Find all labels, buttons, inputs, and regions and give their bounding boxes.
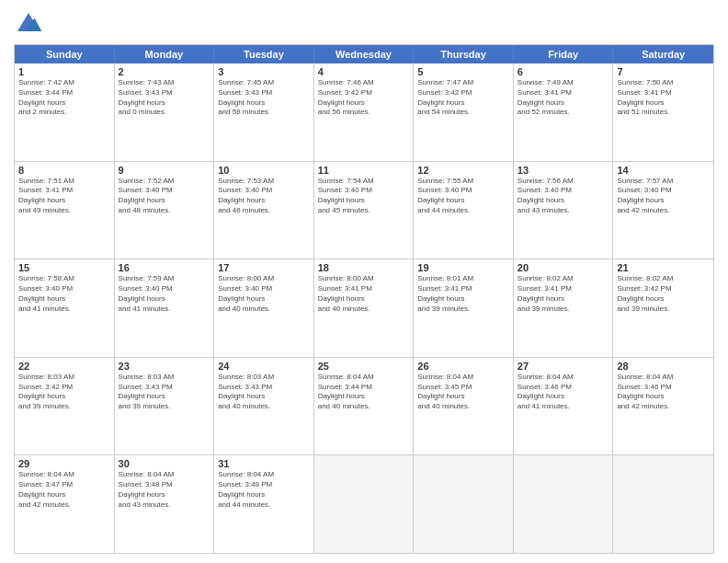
sunrise-text: Sunrise: 7:55 AM (417, 177, 473, 185)
calendar-row: 1Sunrise: 7:42 AMSunset: 3:44 PMDaylight… (15, 63, 713, 161)
day-cell: 13Sunrise: 7:56 AMSunset: 3:40 PMDayligh… (514, 162, 614, 259)
cell-text: Sunrise: 8:04 AMSunset: 3:46 PMDaylight … (617, 373, 710, 412)
cell-text: Sunrise: 8:03 AMSunset: 3:43 PMDaylight … (218, 373, 310, 412)
day-number: 7 (617, 66, 710, 77)
sunset-text: Sunset: 3:41 PM (18, 186, 73, 194)
sunset-text: Sunset: 3:40 PM (318, 186, 372, 194)
sunset-text: Sunset: 3:46 PM (518, 383, 572, 391)
empty-cell (613, 455, 713, 553)
daylight-label: Daylight hours (119, 490, 165, 499)
cell-text: Sunrise: 8:04 AMSunset: 3:45 PMDaylight … (417, 373, 509, 412)
day-cell: 16Sunrise: 7:59 AMSunset: 3:40 PMDayligh… (115, 259, 215, 357)
day-cell: 23Sunrise: 8:03 AMSunset: 3:43 PMDayligh… (115, 358, 215, 455)
day-cell: 3Sunrise: 7:45 AMSunset: 3:43 PMDaylight… (214, 63, 314, 161)
sunset-text: Sunset: 3:49 PM (218, 480, 272, 488)
daylight-value: and 42 minutes. (617, 402, 669, 410)
sunrise-text: Sunrise: 7:59 AM (119, 274, 175, 282)
daylight-value: and 42 minutes. (617, 206, 669, 214)
sunset-text: Sunset: 3:40 PM (119, 186, 173, 194)
daylight-value: and 40 minutes. (318, 304, 370, 313)
day-number: 3 (218, 66, 310, 77)
cell-text: Sunrise: 8:02 AMSunset: 3:41 PMDaylight … (518, 274, 609, 314)
sunrise-text: Sunrise: 7:50 AM (617, 78, 673, 86)
sunset-text: Sunset: 3:41 PM (417, 284, 472, 293)
day-cell: 17Sunrise: 8:00 AMSunset: 3:40 PMDayligh… (214, 259, 314, 357)
cell-text: Sunrise: 7:47 AMSunset: 3:42 PMDaylight … (417, 78, 509, 118)
day-header: Tuesday (214, 45, 314, 63)
logo (14, 9, 47, 39)
day-number: 30 (119, 458, 210, 469)
sunrise-text: Sunrise: 7:58 AM (18, 274, 74, 282)
daylight-label: Daylight hours (218, 98, 265, 107)
sunset-text: Sunset: 3:43 PM (218, 88, 272, 97)
sunset-text: Sunset: 3:42 PM (18, 383, 73, 391)
day-number: 10 (218, 165, 310, 176)
empty-cell (314, 455, 415, 553)
daylight-value: and 39 minutes. (617, 304, 669, 313)
day-cell: 15Sunrise: 7:58 AMSunset: 3:40 PMDayligh… (15, 259, 115, 357)
daylight-label: Daylight hours (18, 490, 65, 499)
day-number: 16 (119, 262, 210, 273)
daylight-value: and 43 minutes. (518, 206, 570, 214)
daylight-label: Daylight hours (119, 392, 165, 400)
calendar-row: 8Sunrise: 7:51 AMSunset: 3:41 PMDaylight… (15, 161, 713, 259)
day-cell: 20Sunrise: 8:02 AMSunset: 3:41 PMDayligh… (514, 259, 614, 357)
sunset-text: Sunset: 3:43 PM (218, 383, 272, 391)
daylight-label: Daylight hours (617, 98, 664, 107)
daylight-label: Daylight hours (318, 196, 365, 204)
sunrise-text: Sunrise: 8:03 AM (218, 373, 274, 381)
sunrise-text: Sunrise: 7:53 AM (218, 177, 274, 185)
page: SundayMondayTuesdayWednesdayThursdayFrid… (0, 0, 728, 563)
cell-text: Sunrise: 7:51 AMSunset: 3:41 PMDaylight … (18, 177, 110, 216)
day-number: 31 (218, 458, 310, 469)
sunset-text: Sunset: 3:43 PM (119, 383, 173, 391)
cell-text: Sunrise: 7:50 AMSunset: 3:41 PMDaylight … (617, 78, 710, 118)
daylight-label: Daylight hours (318, 294, 365, 303)
sunrise-text: Sunrise: 8:02 AM (518, 274, 574, 282)
sunrise-text: Sunrise: 8:04 AM (417, 373, 473, 381)
day-header: Monday (115, 45, 215, 63)
daylight-label: Daylight hours (518, 196, 564, 204)
sunset-text: Sunset: 3:41 PM (318, 284, 372, 293)
cell-text: Sunrise: 7:54 AMSunset: 3:40 PMDaylight … (318, 177, 410, 216)
cell-text: Sunrise: 8:04 AMSunset: 3:49 PMDaylight … (218, 470, 310, 510)
sunset-text: Sunset: 3:40 PM (218, 186, 272, 194)
sunrise-text: Sunrise: 7:46 AM (318, 78, 374, 86)
day-cell: 10Sunrise: 7:53 AMSunset: 3:40 PMDayligh… (214, 162, 314, 259)
daylight-value: and 40 minutes. (318, 402, 370, 410)
sunset-text: Sunset: 3:43 PM (119, 88, 173, 97)
daylight-label: Daylight hours (119, 98, 165, 107)
sunrise-text: Sunrise: 8:04 AM (218, 470, 274, 478)
sunrise-text: Sunrise: 8:04 AM (119, 470, 175, 478)
daylight-label: Daylight hours (119, 196, 165, 204)
day-cell: 29Sunrise: 8:04 AMSunset: 3:47 PMDayligh… (15, 455, 115, 553)
day-cell: 28Sunrise: 8:04 AMSunset: 3:46 PMDayligh… (613, 358, 713, 455)
sunset-text: Sunset: 3:40 PM (617, 186, 671, 194)
cell-text: Sunrise: 8:03 AMSunset: 3:42 PMDaylight … (18, 373, 110, 412)
day-number: 8 (18, 165, 110, 176)
daylight-label: Daylight hours (119, 294, 165, 303)
day-cell: 22Sunrise: 8:03 AMSunset: 3:42 PMDayligh… (15, 358, 115, 455)
sunset-text: Sunset: 3:41 PM (518, 88, 572, 97)
daylight-value: and 49 minutes. (18, 206, 71, 214)
day-number: 14 (617, 165, 710, 176)
daylight-value: and 52 minutes. (518, 108, 570, 116)
daylight-value: and 56 minutes. (318, 108, 370, 116)
sunrise-text: Sunrise: 8:04 AM (18, 470, 74, 478)
cell-text: Sunrise: 8:04 AMSunset: 3:44 PMDaylight … (318, 373, 410, 412)
daylight-value: and 44 minutes. (218, 500, 270, 509)
day-number: 21 (617, 262, 710, 273)
day-number: 12 (417, 165, 509, 176)
cell-text: Sunrise: 7:45 AMSunset: 3:43 PMDaylight … (218, 78, 310, 118)
sunset-text: Sunset: 3:42 PM (318, 88, 372, 97)
daylight-label: Daylight hours (18, 196, 65, 204)
calendar-body: 1Sunrise: 7:42 AMSunset: 3:44 PMDaylight… (15, 63, 713, 553)
sunrise-text: Sunrise: 7:45 AM (218, 78, 274, 86)
daylight-value: and 41 minutes. (518, 402, 570, 410)
sunrise-text: Sunrise: 8:01 AM (417, 274, 473, 282)
cell-text: Sunrise: 7:59 AMSunset: 3:40 PMDaylight … (119, 274, 210, 314)
day-number: 13 (518, 165, 609, 176)
day-number: 6 (518, 66, 609, 77)
empty-cell (414, 455, 514, 553)
daylight-value: and 48 minutes. (119, 206, 171, 214)
